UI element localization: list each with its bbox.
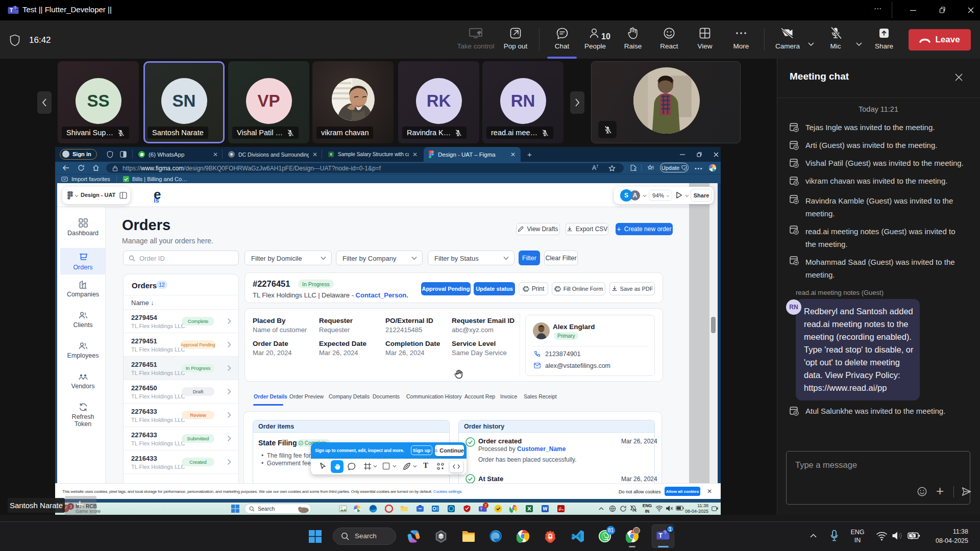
svg-text:T: T xyxy=(480,507,483,511)
svg-text:T: T xyxy=(10,7,13,13)
svg-text:T: T xyxy=(659,532,663,539)
